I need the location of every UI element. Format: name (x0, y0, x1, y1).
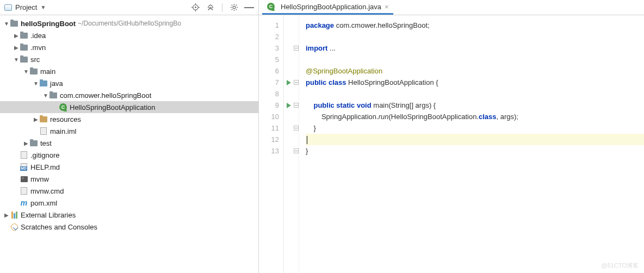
tree-item-main[interactable]: ▼main (0, 65, 258, 77)
dropdown-arrow-icon[interactable]: ▼ (40, 4, 46, 10)
run-icon[interactable] (287, 103, 291, 108)
project-toolbar: Project ▼ — (0, 0, 258, 15)
tree-item-test[interactable]: ▶test (0, 137, 258, 149)
shell-file-icon (21, 176, 28, 182)
gutter-icons (284, 15, 294, 273)
toolbar-title[interactable]: Project (15, 3, 37, 11)
locate-icon[interactable] (190, 3, 200, 13)
tree-item-scratches[interactable]: Scratches and Consoles (0, 221, 258, 233)
file-icon (40, 127, 47, 135)
close-icon[interactable]: × (385, 3, 389, 11)
svg-point-1 (195, 7, 196, 8)
tree-item-pom[interactable]: mpom.xml (0, 197, 258, 209)
project-sidebar: Project ▼ — ▼helloSpringBoot~/Documents/… (0, 0, 259, 273)
file-icon (21, 187, 27, 195)
fold-icon[interactable] (294, 80, 299, 85)
java-class-icon: C (59, 103, 67, 111)
code-content[interactable]: package com.cmower.helloSpringBoot; impo… (299, 15, 644, 273)
scratches-icon (11, 224, 18, 231)
root-path: ~/Documents/GitHub/helloSpringBo (78, 20, 181, 27)
fold-gutter (294, 15, 299, 273)
watermark: @51CTO博客 (602, 262, 639, 270)
tree-item-gitignore[interactable]: .gitignore (0, 149, 258, 161)
tree-item-mvn[interactable]: ▶.mvn (0, 41, 258, 53)
tree-root[interactable]: ▼helloSpringBoot~/Documents/GitHub/hello… (0, 17, 258, 29)
root-label: helloSpringBoot (21, 20, 76, 28)
hide-icon[interactable]: — (244, 3, 254, 13)
gear-icon[interactable] (229, 3, 239, 13)
fold-icon[interactable] (294, 148, 299, 153)
project-tree[interactable]: ▼helloSpringBoot~/Documents/GitHub/hello… (0, 15, 258, 273)
separator (222, 3, 222, 12)
tree-item-mvnw-cmd[interactable]: mvnw.cmd (0, 185, 258, 197)
line-numbers: 1235678910111213 (259, 15, 284, 273)
maven-icon: m (21, 198, 27, 207)
md-file-icon: MD (21, 163, 27, 171)
libraries-icon (11, 212, 17, 219)
fold-icon[interactable] (294, 126, 299, 131)
tree-item-package[interactable]: ▼com.cmower.helloSpringBoot (0, 89, 258, 101)
tree-item-resources[interactable]: ▶resources (0, 113, 258, 125)
editor-tabs: C HelloSpringBootApplication.java × (259, 0, 644, 15)
text-cursor (307, 136, 307, 144)
tree-item-external-libs[interactable]: ▶External Libraries (0, 209, 258, 221)
collapse-all-icon[interactable] (206, 3, 215, 13)
file-icon (21, 151, 27, 159)
fold-icon[interactable] (294, 46, 299, 51)
project-icon (4, 4, 12, 11)
tree-item-main-iml[interactable]: main.iml (0, 125, 258, 137)
svg-point-7 (233, 6, 236, 9)
tree-item-mvnw[interactable]: mvnw (0, 173, 258, 185)
code-area[interactable]: 1235678910111213 package com.cmower.hell… (259, 15, 644, 273)
fold-icon[interactable] (294, 103, 299, 108)
tree-item-help[interactable]: MDHELP.md (0, 161, 258, 173)
editor-pane: C HelloSpringBootApplication.java × 1235… (259, 0, 644, 273)
tree-item-java[interactable]: ▼java (0, 77, 258, 89)
tree-item-app-class[interactable]: CHelloSpringBootApplication (0, 101, 258, 113)
tree-item-idea[interactable]: ▶.idea (0, 29, 258, 41)
run-icon[interactable] (287, 80, 291, 85)
java-class-icon: C (267, 3, 275, 10)
tab-label: HelloSpringBootApplication.java (281, 3, 381, 11)
tree-item-src[interactable]: ▼src (0, 53, 258, 65)
tab-hello-app[interactable]: C HelloSpringBootApplication.java × (262, 1, 393, 15)
